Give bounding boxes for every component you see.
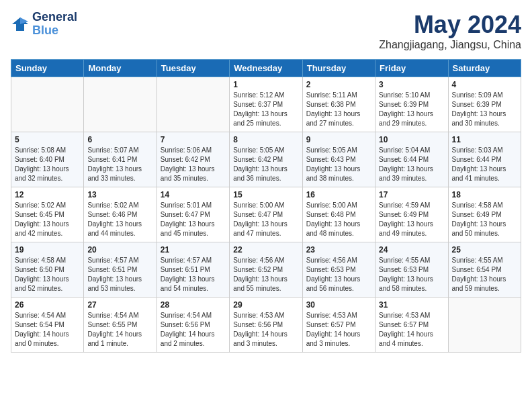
day-info: Sunrise: 4:58 AM Sunset: 6:50 PM Dayligh…: [15, 256, 80, 293]
day-number: 14: [161, 190, 226, 199]
calendar-cell: 17Sunrise: 4:59 AM Sunset: 6:49 PM Dayli…: [375, 187, 448, 242]
calendar-cell: 10Sunrise: 5:04 AM Sunset: 6:44 PM Dayli…: [375, 132, 448, 187]
day-info: Sunrise: 5:12 AM Sunset: 6:37 PM Dayligh…: [233, 91, 298, 128]
calendar-cell: [84, 77, 157, 132]
month-title: May 2024: [379, 11, 521, 39]
day-header-sunday: Sunday: [11, 60, 84, 77]
day-number: 1: [233, 80, 298, 89]
week-row: 26Sunrise: 4:54 AM Sunset: 6:54 PM Dayli…: [11, 298, 521, 353]
day-number: 13: [87, 190, 152, 199]
day-info: Sunrise: 5:05 AM Sunset: 6:42 PM Dayligh…: [233, 146, 298, 183]
day-info: Sunrise: 5:00 AM Sunset: 6:48 PM Dayligh…: [306, 201, 371, 238]
day-header-friday: Friday: [375, 60, 448, 77]
day-info: Sunrise: 5:06 AM Sunset: 6:42 PM Dayligh…: [161, 146, 226, 183]
day-header-tuesday: Tuesday: [157, 60, 229, 77]
calendar-cell: 2Sunrise: 5:11 AM Sunset: 6:38 PM Daylig…: [302, 77, 375, 132]
day-info: Sunrise: 5:07 AM Sunset: 6:41 PM Dayligh…: [87, 146, 152, 183]
calendar-header: SundayMondayTuesdayWednesdayThursdayFrid…: [11, 60, 521, 77]
day-number: 7: [161, 135, 226, 144]
day-info: Sunrise: 5:05 AM Sunset: 6:43 PM Dayligh…: [306, 146, 371, 183]
day-number: 31: [379, 300, 444, 310]
logo-text: General Blue: [32, 11, 77, 38]
calendar-cell: 28Sunrise: 4:54 AM Sunset: 6:56 PM Dayli…: [157, 298, 229, 353]
calendar-cell: 31Sunrise: 4:53 AM Sunset: 6:57 PM Dayli…: [375, 298, 448, 353]
day-number: 22: [233, 245, 298, 255]
week-row: 12Sunrise: 5:02 AM Sunset: 6:45 PM Dayli…: [11, 187, 521, 242]
day-info: Sunrise: 5:08 AM Sunset: 6:40 PM Dayligh…: [15, 146, 80, 183]
day-number: 8: [233, 135, 298, 144]
day-info: Sunrise: 4:53 AM Sunset: 6:57 PM Dayligh…: [306, 311, 371, 349]
day-number: 29: [233, 300, 298, 310]
day-number: 17: [379, 190, 444, 199]
day-number: 20: [87, 245, 152, 255]
day-info: Sunrise: 5:00 AM Sunset: 6:47 PM Dayligh…: [233, 201, 298, 238]
calendar-cell: 27Sunrise: 4:54 AM Sunset: 6:55 PM Dayli…: [84, 298, 157, 353]
calendar-cell: [11, 77, 84, 132]
day-info: Sunrise: 4:55 AM Sunset: 6:54 PM Dayligh…: [452, 256, 517, 293]
calendar-cell: 21Sunrise: 4:57 AM Sunset: 6:51 PM Dayli…: [157, 242, 229, 298]
week-row: 19Sunrise: 4:58 AM Sunset: 6:50 PM Dayli…: [11, 242, 521, 298]
calendar-cell: 7Sunrise: 5:06 AM Sunset: 6:42 PM Daylig…: [157, 132, 229, 187]
day-info: Sunrise: 5:02 AM Sunset: 6:45 PM Dayligh…: [15, 201, 80, 238]
day-header-saturday: Saturday: [448, 60, 521, 77]
day-number: 28: [161, 300, 226, 310]
day-info: Sunrise: 4:56 AM Sunset: 6:52 PM Dayligh…: [233, 256, 298, 293]
day-number: 26: [15, 300, 80, 310]
day-number: 5: [15, 135, 80, 144]
day-info: Sunrise: 4:53 AM Sunset: 6:57 PM Dayligh…: [379, 311, 444, 349]
calendar-cell: [448, 298, 521, 353]
calendar-cell: 4Sunrise: 5:09 AM Sunset: 6:39 PM Daylig…: [448, 77, 521, 132]
calendar-cell: 16Sunrise: 5:00 AM Sunset: 6:48 PM Dayli…: [302, 187, 375, 242]
day-info: Sunrise: 5:01 AM Sunset: 6:47 PM Dayligh…: [161, 201, 226, 238]
calendar-cell: 15Sunrise: 5:00 AM Sunset: 6:47 PM Dayli…: [230, 187, 302, 242]
day-number: 30: [306, 300, 371, 310]
day-number: 12: [15, 190, 80, 199]
page-header: General Blue May 2024 Zhangjiagang, Jian…: [11, 11, 521, 51]
day-number: 27: [87, 300, 152, 310]
day-number: 15: [233, 190, 298, 199]
calendar-cell: 20Sunrise: 4:57 AM Sunset: 6:51 PM Dayli…: [84, 242, 157, 298]
calendar-cell: 23Sunrise: 4:56 AM Sunset: 6:53 PM Dayli…: [302, 242, 375, 298]
calendar-cell: 14Sunrise: 5:01 AM Sunset: 6:47 PM Dayli…: [157, 187, 229, 242]
logo: General Blue: [11, 11, 77, 38]
day-header-thursday: Thursday: [302, 60, 375, 77]
day-info: Sunrise: 4:54 AM Sunset: 6:55 PM Dayligh…: [87, 311, 152, 349]
day-header-monday: Monday: [84, 60, 157, 77]
calendar-cell: 12Sunrise: 5:02 AM Sunset: 6:45 PM Dayli…: [11, 187, 84, 242]
day-info: Sunrise: 4:54 AM Sunset: 6:56 PM Dayligh…: [161, 311, 226, 349]
day-info: Sunrise: 4:57 AM Sunset: 6:51 PM Dayligh…: [161, 256, 226, 293]
day-number: 2: [306, 80, 371, 89]
day-info: Sunrise: 4:59 AM Sunset: 6:49 PM Dayligh…: [379, 201, 444, 238]
calendar-cell: 25Sunrise: 4:55 AM Sunset: 6:54 PM Dayli…: [448, 242, 521, 298]
day-info: Sunrise: 4:56 AM Sunset: 6:53 PM Dayligh…: [306, 256, 371, 293]
calendar-cell: 19Sunrise: 4:58 AM Sunset: 6:50 PM Dayli…: [11, 242, 84, 298]
location: Zhangjiagang, Jiangsu, China: [379, 39, 521, 51]
day-number: 3: [379, 80, 444, 89]
calendar-cell: 6Sunrise: 5:07 AM Sunset: 6:41 PM Daylig…: [84, 132, 157, 187]
calendar-cell: 30Sunrise: 4:53 AM Sunset: 6:57 PM Dayli…: [302, 298, 375, 353]
day-info: Sunrise: 5:02 AM Sunset: 6:46 PM Dayligh…: [87, 201, 152, 238]
calendar-cell: 13Sunrise: 5:02 AM Sunset: 6:46 PM Dayli…: [84, 187, 157, 242]
day-number: 11: [452, 135, 517, 144]
calendar-table: SundayMondayTuesdayWednesdayThursdayFrid…: [11, 59, 521, 353]
day-number: 21: [161, 245, 226, 255]
calendar-cell: 24Sunrise: 4:55 AM Sunset: 6:53 PM Dayli…: [375, 242, 448, 298]
calendar-cell: 29Sunrise: 4:53 AM Sunset: 6:56 PM Dayli…: [230, 298, 302, 353]
day-info: Sunrise: 4:55 AM Sunset: 6:53 PM Dayligh…: [379, 256, 444, 293]
day-number: 18: [452, 190, 517, 199]
calendar-cell: 3Sunrise: 5:10 AM Sunset: 6:39 PM Daylig…: [375, 77, 448, 132]
calendar-cell: 9Sunrise: 5:05 AM Sunset: 6:43 PM Daylig…: [302, 132, 375, 187]
calendar-cell: 26Sunrise: 4:54 AM Sunset: 6:54 PM Dayli…: [11, 298, 84, 353]
calendar-cell: 5Sunrise: 5:08 AM Sunset: 6:40 PM Daylig…: [11, 132, 84, 187]
day-info: Sunrise: 5:10 AM Sunset: 6:39 PM Dayligh…: [379, 91, 444, 128]
day-number: 19: [15, 245, 80, 255]
day-info: Sunrise: 4:54 AM Sunset: 6:54 PM Dayligh…: [15, 311, 80, 349]
day-number: 24: [379, 245, 444, 255]
day-number: 9: [306, 135, 371, 144]
calendar-cell: 8Sunrise: 5:05 AM Sunset: 6:42 PM Daylig…: [230, 132, 302, 187]
week-row: 5Sunrise: 5:08 AM Sunset: 6:40 PM Daylig…: [11, 132, 521, 187]
day-header-wednesday: Wednesday: [230, 60, 302, 77]
day-info: Sunrise: 5:04 AM Sunset: 6:44 PM Dayligh…: [379, 146, 444, 183]
day-info: Sunrise: 5:03 AM Sunset: 6:44 PM Dayligh…: [452, 146, 517, 183]
day-info: Sunrise: 5:11 AM Sunset: 6:38 PM Dayligh…: [306, 91, 371, 128]
